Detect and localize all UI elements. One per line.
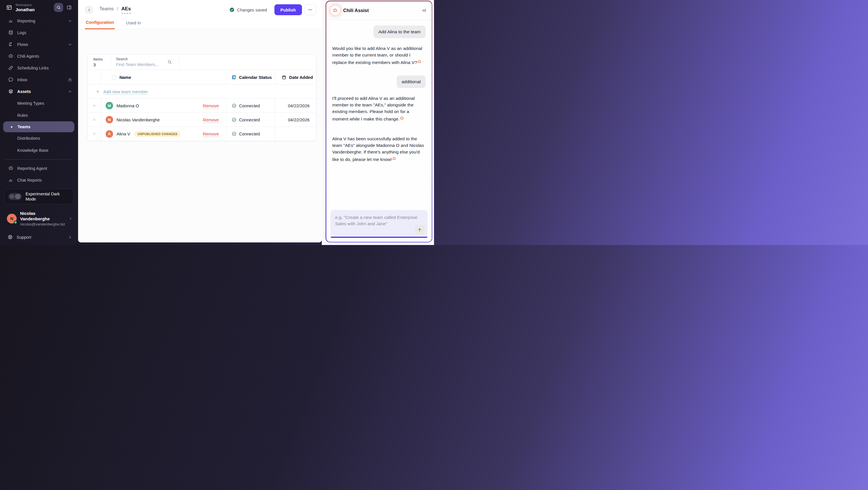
chevron-left-icon (87, 8, 91, 12)
add-team-member-button[interactable]: Add new team member (88, 85, 316, 99)
chat-bubble-icon (8, 77, 13, 82)
robot-icon (417, 59, 422, 64)
panel-icon (67, 5, 72, 10)
connected-check-icon (231, 131, 237, 136)
drag-handle[interactable] (88, 113, 101, 127)
sidebar-nav: ReportingLogsFlowsChili AgentsScheduling… (0, 15, 78, 186)
tab-configuration[interactable]: Configuration (85, 20, 115, 29)
publish-button[interactable]: Publish (274, 4, 302, 15)
sidebar-item-inbox[interactable]: Inbox (0, 74, 78, 86)
assistant-input[interactable]: e.g. "Create a new team called Enterpris… (330, 210, 428, 238)
sidebar-item-rules[interactable]: Rules (0, 109, 78, 121)
sidebar-item-logs[interactable]: Logs (0, 27, 78, 38)
dark-mode-toggle[interactable] (8, 193, 22, 200)
sidebar-item-chili-agents[interactable]: Chili Agents (0, 50, 78, 62)
assistant-input-placeholder: e.g. "Create a new team called Enterpris… (335, 214, 423, 227)
table-row[interactable]: MMadonna ORemoveConnected04/22/2026 (88, 99, 316, 113)
sidebar-item-label: Teams (18, 125, 69, 129)
drag-dots-icon (92, 132, 96, 136)
sidebar-item-meeting-types[interactable]: Meeting Types (0, 97, 78, 109)
chevron-down-icon (68, 42, 72, 47)
table-row[interactable]: AAlina VUNPUBLISHED CHANGESRemoveConnect… (88, 127, 316, 141)
chevron-up-icon (68, 89, 72, 94)
sidebar-item-support[interactable]: Support (0, 231, 78, 243)
assistant-messages: Add Alina to the teamWould you like to a… (327, 20, 432, 207)
sidebar-item-reporting[interactable]: Reporting (0, 15, 78, 27)
calendar-status-cell: Connected (226, 127, 275, 141)
search-icon (167, 60, 172, 64)
user-name: Nicolas Vandenberghe (20, 210, 65, 222)
sidebar-divider (5, 159, 73, 160)
back-button[interactable] (85, 6, 93, 14)
dark-mode-label: Experimental Dark Mode (26, 191, 69, 202)
remove-member-link[interactable]: Remove (203, 117, 219, 122)
workspace-name[interactable]: Jonathan (16, 7, 35, 12)
sidebar-item-teams[interactable]: Teams (3, 121, 74, 132)
member-name-cell: NNicolas VandenbergheRemove (101, 113, 226, 127)
lifebuoy-icon (7, 234, 13, 240)
workspace-icon (6, 5, 12, 10)
calendar-status-cell: Connected (226, 113, 275, 127)
sidebar-item-label: Logs (17, 30, 72, 35)
avatar: N (7, 214, 17, 224)
more-actions-button[interactable] (305, 4, 316, 15)
drag-dots-icon (92, 104, 96, 108)
google-calendar-icon: 31 (231, 75, 237, 80)
breadcrumb-teams[interactable]: Teams (99, 6, 114, 12)
svg-text:31: 31 (233, 76, 235, 78)
sidebar-item-chat-reports[interactable]: Chat Reports (0, 174, 78, 186)
team-name-editable[interactable]: AEs (121, 6, 131, 14)
sidebar-item-reporting-agent[interactable]: Reporting Agent (0, 162, 78, 174)
breadcrumb: Teams / AEs (99, 6, 131, 14)
search-field[interactable]: Search Find Team Members... (111, 55, 180, 70)
date-added-cell: 04/22/2026 (275, 99, 316, 112)
assistant-column: Chili Assist Add Alina to the teamWould … (322, 0, 434, 245)
table-body: MMadonna ORemoveConnected04/22/2026NNico… (88, 99, 316, 141)
table-toolbar: Items 3 Search Find Team Members... (88, 55, 316, 70)
select-all-checkbox[interactable] (112, 75, 116, 79)
column-header-date[interactable]: Date Added (289, 75, 313, 80)
drag-handle[interactable] (88, 99, 101, 112)
bar-chart-icon (8, 18, 13, 24)
column-header-calendar[interactable]: Calendar Status (239, 75, 272, 80)
page-header: Teams / AEs Changes saved Publish (78, 0, 322, 18)
sidebar-item-scheduling-links[interactable]: Scheduling Links (0, 62, 78, 74)
collapse-panel-icon[interactable] (421, 8, 427, 13)
remove-member-link[interactable]: Remove (203, 103, 219, 108)
layers-icon (8, 89, 13, 94)
send-button[interactable] (415, 225, 425, 235)
robot-icon (8, 53, 13, 59)
member-name: Nicolas Vandenberghe (117, 117, 160, 122)
member-name: Alina V (117, 131, 130, 136)
sidebar-item-label: Chili Agents (17, 54, 72, 59)
database-icon (8, 30, 13, 35)
remove-member-link[interactable]: Remove (203, 131, 219, 136)
robot-icon (392, 156, 396, 161)
workspace-switcher[interactable]: Workspace Jonathan (0, 3, 78, 12)
avatar: A (105, 130, 113, 138)
items-count: 3 (93, 62, 110, 67)
sidebar-search-button[interactable] (54, 3, 63, 12)
collapse-sidebar-button[interactable] (65, 3, 73, 12)
date-added-cell (275, 127, 316, 141)
avatar: M (105, 102, 113, 109)
chevron-down-icon (68, 19, 72, 23)
table-row[interactable]: NNicolas VandenbergheRemoveConnected04/2… (88, 113, 316, 127)
column-header-name[interactable]: Name (119, 75, 131, 80)
bar-chart-icon (8, 177, 13, 183)
drag-handle[interactable] (88, 127, 101, 141)
tab-used-in[interactable]: Used In (125, 20, 142, 29)
sidebar-item-flows[interactable]: Flows (0, 38, 78, 50)
sidebar: Workspace Jonathan ReportingLogsFlowsChi… (0, 0, 78, 245)
user-menu[interactable]: N Nicolas Vandenberghe nicolas@vandenber… (0, 208, 78, 229)
search-icon (56, 5, 61, 10)
unpublished-badge: UNPUBLISHED CHANGES (135, 131, 180, 137)
sidebar-item-assets[interactable]: Assets (0, 86, 78, 97)
more-icon (308, 7, 313, 12)
items-label: Items (93, 57, 110, 61)
dark-mode-card[interactable]: Experimental Dark Mode (4, 189, 73, 204)
main-panel: Teams / AEs Changes saved Publish Config… (78, 0, 322, 242)
sidebar-item-label: Flows (17, 42, 68, 47)
sidebar-item-knowledge-base[interactable]: Knowledge Base (0, 144, 78, 156)
sidebar-item-distributions[interactable]: Distributions (0, 132, 78, 144)
